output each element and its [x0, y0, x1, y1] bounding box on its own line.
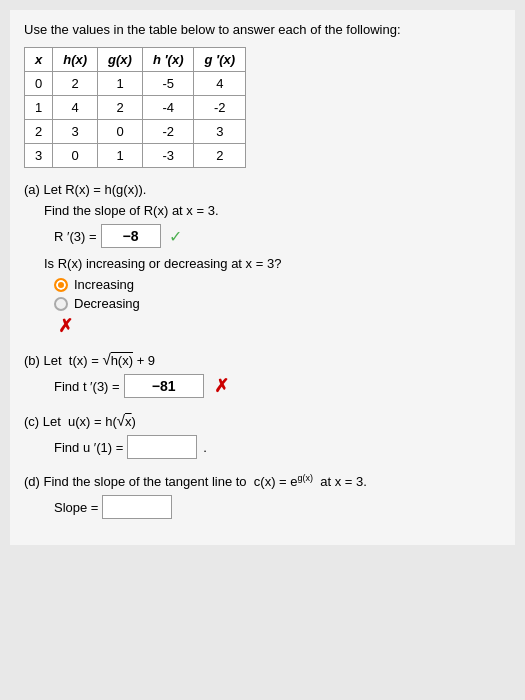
radio-decreasing[interactable]: Decreasing: [54, 296, 501, 311]
page: Use the values in the table below to ans…: [10, 10, 515, 545]
radio-group-incrdecr: Increasing Decreasing: [54, 277, 501, 311]
part-d-answer-box[interactable]: [102, 495, 172, 519]
part-b-section: (b) Let t(x) = √h(x) + 9 Find t ′(3) = −…: [24, 351, 501, 398]
cell-2-4: 3: [194, 120, 246, 144]
table-row: 301-32: [25, 144, 246, 168]
cell-1-3: -4: [142, 96, 194, 120]
part-b-answer-label: Find t ′(3) =: [54, 379, 120, 394]
cell-1-1: 4: [53, 96, 98, 120]
part-a-answer-label: R ′(3) =: [54, 229, 97, 244]
part-c-answer-label: Find u ′(1) =: [54, 440, 123, 455]
cell-2-1: 3: [53, 120, 98, 144]
col-header-hx: h(x): [53, 48, 98, 72]
part-c-answer-box[interactable]: [127, 435, 197, 459]
part-b-cross-icon: ✗: [214, 375, 229, 397]
cell-2-2: 0: [98, 120, 143, 144]
part-c-label: (c) Let u(x) = h(√x): [24, 412, 501, 429]
radio-increasing[interactable]: Increasing: [54, 277, 501, 292]
part-d-slope-label: Slope =: [54, 500, 98, 515]
cell-2-3: -2: [142, 120, 194, 144]
part-a-section: (a) Let R(x) = h(g(x)). Find the slope o…: [24, 182, 501, 337]
table-row: 142-4-2: [25, 96, 246, 120]
table-row: 021-54: [25, 72, 246, 96]
cell-0-0: 0: [25, 72, 53, 96]
cell-1-2: 2: [98, 96, 143, 120]
part-d-section: (d) Find the slope of the tangent line t…: [24, 473, 501, 519]
part-c-answer-row: Find u ′(1) = .: [54, 435, 501, 459]
part-d-answer-row: Slope =: [54, 495, 501, 519]
part-a-answer-row: R ′(3) = −8 ✓: [54, 224, 501, 248]
part-a-answer-box[interactable]: −8: [101, 224, 161, 248]
radio-increasing-label: Increasing: [74, 277, 134, 292]
cell-3-4: 2: [194, 144, 246, 168]
radio-decreasing-label: Decreasing: [74, 296, 140, 311]
cell-0-2: 1: [98, 72, 143, 96]
cell-3-2: 1: [98, 144, 143, 168]
data-table: x h(x) g(x) h ′(x) g ′(x) 021-54142-4-22…: [24, 47, 246, 168]
cell-3-3: -3: [142, 144, 194, 168]
col-header-gx: g(x): [98, 48, 143, 72]
cell-0-1: 2: [53, 72, 98, 96]
part-a-label: (a) Let R(x) = h(g(x)).: [24, 182, 501, 197]
part-d-label: (d) Find the slope of the tangent line t…: [24, 473, 501, 489]
instruction-text: Use the values in the table below to ans…: [24, 22, 501, 37]
cell-1-4: -2: [194, 96, 246, 120]
part-c-period: .: [203, 440, 207, 455]
part-b-label: (b) Let t(x) = √h(x) + 9: [24, 351, 501, 368]
table-row: 230-23: [25, 120, 246, 144]
col-header-gpx: g ′(x): [194, 48, 246, 72]
cell-3-0: 3: [25, 144, 53, 168]
part-a-cross-icon: ✗: [58, 316, 73, 336]
radio-decreasing-circle[interactable]: [54, 297, 68, 311]
part-a-sub1: Find the slope of R(x) at x = 3.: [44, 203, 501, 218]
part-b-answer-box[interactable]: −81: [124, 374, 204, 398]
part-b-answer-row: Find t ′(3) = −81 ✗: [54, 374, 501, 398]
cell-2-0: 2: [25, 120, 53, 144]
cell-1-0: 1: [25, 96, 53, 120]
part-c-section: (c) Let u(x) = h(√x) Find u ′(1) = .: [24, 412, 501, 459]
part-a-incrdecr-question: Is R(x) increasing or decreasing at x = …: [44, 256, 501, 271]
check-icon: ✓: [169, 227, 182, 246]
cell-0-3: -5: [142, 72, 194, 96]
radio-increasing-circle[interactable]: [54, 278, 68, 292]
col-header-x: x: [25, 48, 53, 72]
col-header-hpx: h ′(x): [142, 48, 194, 72]
cell-3-1: 0: [53, 144, 98, 168]
cell-0-4: 4: [194, 72, 246, 96]
